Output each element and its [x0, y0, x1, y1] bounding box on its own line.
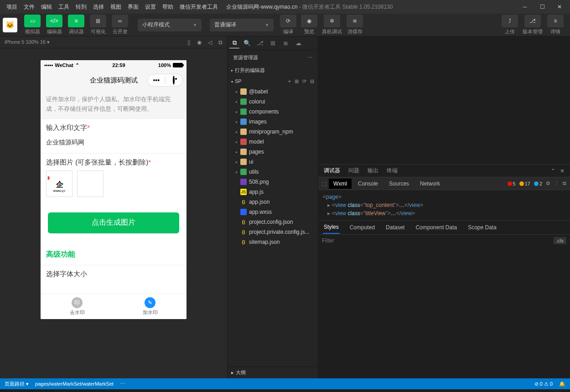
refresh-icon[interactable]: ⟳	[302, 78, 306, 84]
info-badge[interactable]: 2	[534, 181, 542, 186]
folder-utils[interactable]: ▸utils	[228, 167, 318, 177]
upload-button[interactable]: ⤴	[502, 15, 518, 27]
menu-dots-icon[interactable]: •••	[148, 77, 165, 84]
new-file-icon[interactable]: +	[288, 78, 291, 84]
file-sitemap.json[interactable]: {}sitemap.json	[228, 237, 318, 247]
popout-icon[interactable]: ⧉	[218, 39, 223, 46]
menu-settings[interactable]: 设置	[142, 1, 159, 13]
add-image-slot[interactable]	[77, 170, 104, 197]
menu-goto[interactable]: 转到	[73, 1, 89, 13]
file-app.js[interactable]: JSapp.js	[228, 187, 318, 197]
menu-tools[interactable]: 工具	[56, 1, 72, 13]
collapse-icon[interactable]: ⊟	[310, 78, 314, 84]
menu-project[interactable]: 项目	[4, 1, 20, 13]
watermark-text-input[interactable]: 企业猫源码网	[46, 132, 181, 149]
bell-icon[interactable]: 🔔	[559, 381, 565, 387]
new-folder-icon[interactable]: ⊞	[295, 78, 299, 84]
folder-model[interactable]: ▸model	[228, 137, 318, 147]
tab-dataset[interactable]: Dataset	[385, 222, 405, 233]
simulator-button[interactable]: ▭	[24, 15, 41, 27]
more-status-icon[interactable]: ⋯	[120, 381, 125, 387]
folder-images[interactable]: ▸images	[228, 117, 318, 127]
inspect-icon[interactable]: ⬚	[322, 181, 327, 187]
menu-select[interactable]: 选择	[90, 1, 107, 13]
git-tab-icon[interactable]: ⎇	[255, 38, 265, 48]
tab-remove-watermark[interactable]: 印去水印	[41, 294, 114, 319]
panel-close-icon[interactable]: ✕	[560, 168, 565, 174]
tab-sources[interactable]: Sources	[384, 179, 414, 189]
record-icon[interactable]: ◉	[197, 39, 202, 46]
visual-button[interactable]: ⊞	[90, 15, 106, 27]
cls-button[interactable]: .cls	[554, 237, 567, 244]
image-thumbnail[interactable]: ◗ 企 WWW.QY	[46, 170, 73, 197]
page-path[interactable]: pages/waterMarkSet/waterMarkSet	[35, 381, 114, 387]
tab-network[interactable]: Network	[415, 179, 445, 189]
folder-miniprogram_npm[interactable]: ▸miniprogram_npm	[228, 127, 318, 137]
search-tab-icon[interactable]: 🔍	[242, 38, 252, 48]
tab-add-watermark[interactable]: ✎加水印	[114, 294, 187, 319]
menu-edit[interactable]: 编辑	[38, 1, 55, 13]
close-target-icon[interactable]	[166, 77, 183, 84]
project-section[interactable]: ▾SP + ⊞ ⟳ ⊟	[228, 76, 318, 87]
tab-wxml[interactable]: Wxml	[329, 179, 352, 189]
explorer-tab-icon[interactable]: ⧉	[229, 38, 239, 48]
maximize-button[interactable]: ☐	[535, 1, 549, 12]
menu-file[interactable]: 文件	[21, 1, 37, 13]
status-errors[interactable]: ⊘ 0 ⚠ 0	[534, 381, 553, 387]
tab-terminal[interactable]: 终端	[387, 167, 398, 175]
tab-debugger[interactable]: 调试器	[324, 167, 340, 175]
file-project.private.config.js...[interactable]: {}project.private.config.js...	[228, 227, 318, 237]
styles-filter-input[interactable]	[322, 237, 554, 244]
page-path-label[interactable]: 页面路径 ▾	[5, 381, 29, 387]
editor-button[interactable]: </>	[46, 15, 62, 27]
mode-dropdown[interactable]: 小程序模式▼	[138, 19, 202, 31]
cloud-tab-icon[interactable]: ☁	[293, 38, 303, 48]
file-app.wxss[interactable]: app.wxss	[228, 207, 318, 217]
extensions-tab-icon[interactable]: ⊞	[268, 38, 278, 48]
warning-badge[interactable]: 17	[519, 181, 530, 186]
menu-help[interactable]: 帮助	[160, 1, 176, 13]
detail-button[interactable]: ≡	[547, 15, 564, 27]
tab-component-data[interactable]: Component Data	[415, 222, 458, 233]
error-badge[interactable]: 5	[508, 181, 516, 186]
device-icon[interactable]: ▯	[187, 39, 191, 46]
compile-dropdown[interactable]: 普通编译▼	[210, 19, 274, 31]
phone-content[interactable]: 证件加水印，保护个人隐私。加水印在手机端完成，不存储任何证件信息，可断网使用。 …	[41, 90, 187, 294]
menu-wechat-devtools[interactable]: 微信开发者工具	[177, 1, 221, 13]
tab-styles[interactable]: Styles	[323, 221, 340, 234]
tab-computed[interactable]: Computed	[349, 222, 376, 233]
close-button[interactable]: ✕	[553, 1, 566, 12]
tab-output[interactable]: 输出	[368, 167, 378, 175]
folder-@babel[interactable]: ▸@babel	[228, 87, 318, 97]
tab-scope-data[interactable]: Scope Data	[467, 222, 497, 233]
preview-button[interactable]: ◉	[301, 15, 317, 27]
capsule-button[interactable]: •••	[147, 74, 183, 87]
file-508.png[interactable]: 508.png	[228, 177, 318, 187]
outline-section[interactable]: ▸大纲	[228, 366, 318, 378]
settings-icon[interactable]: ⚙	[546, 181, 550, 186]
menu-interface[interactable]: 界面	[125, 1, 141, 13]
folder-components[interactable]: ▸components	[228, 107, 318, 117]
more-icon[interactable]: ⋯	[307, 55, 312, 61]
debugger-button[interactable]: ≡	[68, 15, 84, 27]
cloud-dev-button[interactable]: ∞	[112, 15, 128, 27]
open-editors-section[interactable]: ▸打开的编辑器	[228, 65, 318, 76]
tab-console[interactable]: Console	[353, 179, 383, 189]
folder-colorui[interactable]: ▸colorui	[228, 97, 318, 107]
device-selector[interactable]: iPhone 5 100% 16 ▾	[5, 39, 50, 45]
tab-problems[interactable]: 问题	[348, 167, 359, 175]
clear-cache-button[interactable]: ≋	[347, 15, 363, 27]
compile-button[interactable]: ⟳	[280, 15, 296, 27]
version-button[interactable]: ⎇	[524, 15, 541, 27]
popout-icon[interactable]: ⧉	[563, 181, 566, 186]
file-app.json[interactable]: {}app.json	[228, 197, 318, 207]
more-icon[interactable]: ⋮	[554, 181, 559, 186]
db-tab-icon[interactable]: ≣	[280, 38, 290, 48]
minimize-button[interactable]: ─	[518, 1, 532, 12]
file-project.config.json[interactable]: {}project.config.json	[228, 217, 318, 227]
editor-area[interactable]	[318, 36, 570, 164]
avatar[interactable]: 🐱	[3, 18, 17, 32]
mute-icon[interactable]: ◁	[208, 39, 212, 46]
wxml-tree[interactable]: <page> ▸<view class="top_content">…</vie…	[318, 190, 570, 220]
remote-debug-button[interactable]: ✲	[324, 15, 340, 27]
